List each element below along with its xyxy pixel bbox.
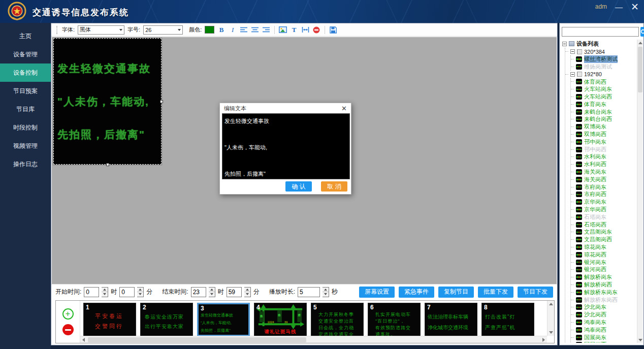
action-button[interactable]: 复制节目 (438, 287, 474, 298)
scroll-right-icon[interactable] (540, 336, 547, 343)
scroll-down-icon[interactable] (637, 337, 643, 343)
end-min-input[interactable] (227, 287, 242, 297)
scroll-down-icon[interactable] (548, 329, 554, 336)
stop-icon[interactable] (312, 25, 320, 35)
confirm-button[interactable]: 确 认 (285, 181, 312, 192)
program-thumbnail[interactable]: 6 扎实开展电动车 "百日整治"， 有效预防道路交 通事故。 (368, 303, 421, 336)
align-left-icon[interactable] (240, 25, 248, 35)
device-item[interactable]: 国展岗东 (571, 334, 636, 341)
action-button[interactable]: 节目下发 (518, 287, 553, 298)
program-thumbnail[interactable]: 4 (254, 303, 307, 336)
align-right-icon[interactable] (262, 25, 270, 35)
align-center-icon[interactable] (251, 25, 259, 35)
duration-stepper[interactable] (323, 287, 329, 297)
device-item[interactable]: 文昌阁岗东 (571, 229, 636, 236)
device-item[interactable]: 来鹤台岗东 (571, 108, 636, 116)
cancel-button[interactable]: 取 消 (321, 181, 347, 192)
sidebar-item[interactable]: 时段控制 (0, 118, 51, 137)
user-label[interactable]: adm (595, 3, 607, 10)
thumb-vertical-scrollbar[interactable] (547, 301, 554, 336)
end-min-stepper[interactable] (244, 287, 251, 297)
device-item[interactable]: 水利岗东 (571, 153, 636, 161)
device-item[interactable]: 来鹤台岗西 (571, 116, 636, 123)
resize-handle-bottom[interactable] (106, 163, 109, 166)
start-hour-input[interactable] (84, 287, 99, 297)
program-thumbnail[interactable]: 3 发生轻微交通事故 "人未伤，车能动, 先拍照，后撤离" (197, 303, 250, 336)
device-item[interactable]: 水利岗西 (571, 161, 636, 168)
device-item[interactable]: 解放桥岗西 (571, 281, 636, 289)
end-hour-input[interactable] (191, 287, 206, 297)
save-icon[interactable] (329, 25, 337, 35)
collapse-icon[interactable] (570, 72, 575, 77)
scrollbar-thumb[interactable] (88, 337, 306, 342)
device-item[interactable]: 海关岗西 (571, 176, 636, 183)
search-button[interactable] (640, 27, 644, 37)
device-item[interactable]: 京华岗东 (571, 198, 636, 206)
program-thumbnail[interactable]: 7 依法治理非标车辆 净化城市交通环境 (425, 303, 477, 336)
start-hour-stepper[interactable] (102, 287, 108, 297)
device-item[interactable]: 邗中岗东 (571, 138, 636, 146)
color-swatch[interactable] (205, 26, 214, 34)
device-item[interactable]: 市府岗东 (571, 183, 636, 191)
device-item[interactable]: 双博岗东 (571, 123, 636, 131)
scroll-up-icon[interactable] (637, 40, 643, 46)
device-item[interactable]: 解放桥东岗东 (571, 289, 636, 296)
close-icon[interactable]: ✕ (631, 3, 639, 11)
device-item[interactable]: 石塔岗西 (571, 221, 636, 229)
tree-scrollbar[interactable] (637, 40, 643, 343)
device-item[interactable]: 海关岗东 (571, 168, 636, 176)
minimize-icon[interactable]: — (615, 3, 623, 11)
device-item[interactable]: 京华岗西 (571, 206, 636, 213)
device-item[interactable]: 国展岗西 (571, 341, 636, 343)
add-program-button[interactable]: + (62, 308, 74, 320)
device-item[interactable]: 银河岗东 (571, 259, 636, 266)
device-search-input[interactable] (562, 27, 639, 37)
device-item[interactable]: 解放桥东岗西 (571, 296, 636, 304)
device-item[interactable]: 沙北岗西 (571, 311, 636, 319)
device-item[interactable]: 石塔岗东 (571, 213, 636, 221)
sidebar-item[interactable]: 节目库 (0, 100, 51, 118)
device-item[interactable]: 火车站岗东 (571, 85, 636, 93)
program-thumbnail[interactable]: 2 春运安全连万家 出行平安靠大家 (140, 303, 193, 336)
device-item[interactable]: 解放桥岗东 (571, 273, 636, 281)
device-group-320x384[interactable]: 320*384 (565, 48, 636, 55)
program-thumbnail[interactable]: 5 大力开展秋冬季 交通安全整治百 日会战，全力稳 定道路交通安全 形势！ (311, 303, 364, 336)
device-tree-root[interactable]: 设备列表 (562, 40, 636, 48)
sidebar-item[interactable]: 视频管理 (0, 137, 51, 155)
insert-image-icon[interactable] (279, 25, 287, 35)
sidebar-item[interactable]: 设备管理 (0, 45, 51, 64)
insert-text-icon[interactable]: T (290, 25, 298, 35)
sidebar-item[interactable]: 主页 (0, 27, 51, 45)
device-item[interactable]: 双博岗西 (571, 131, 636, 138)
dialog-close-icon[interactable]: ✕ (341, 105, 347, 112)
device-item[interactable]: 文昌阁岗西 (571, 236, 636, 243)
sidebar-item[interactable]: 节目预案 (0, 82, 51, 100)
device-item[interactable]: 维扬岗测试 (571, 63, 636, 71)
scroll-up-icon[interactable] (548, 301, 554, 307)
italic-button[interactable]: I (229, 25, 237, 35)
device-item[interactable]: 琼花岗西 (571, 251, 636, 259)
device-item[interactable]: 琼花岗东 (571, 243, 636, 251)
scrollbar-thumb[interactable] (638, 47, 642, 92)
collapse-icon[interactable] (570, 49, 575, 54)
duration-input[interactable] (298, 287, 320, 297)
device-item[interactable]: 鸿泰岗西 (571, 326, 636, 334)
start-min-input[interactable] (119, 287, 135, 297)
program-thumbnail[interactable]: 8 打击改装"灯 严查严惩"机 (481, 303, 534, 336)
scroll-left-icon[interactable] (80, 336, 87, 343)
device-item[interactable]: 沙北岗东 (571, 304, 636, 311)
action-button[interactable]: 紧急事件 (399, 287, 434, 298)
end-hour-stepper[interactable] (209, 287, 215, 297)
size-select[interactable]: 26 (143, 25, 183, 35)
device-item[interactable]: 体育岗东 (571, 101, 636, 108)
thumb-horizontal-scrollbar[interactable] (80, 336, 547, 343)
led-preview[interactable]: 发生轻微交通事故 "人未伤，车能动, 先拍照，后撤离" (53, 38, 162, 165)
device-item[interactable]: 体育岗西 (571, 78, 636, 86)
action-button[interactable]: 屏幕设置 (359, 287, 395, 298)
sidebar-item[interactable]: 操作日志 (0, 155, 51, 173)
resize-handle-right[interactable] (160, 100, 163, 103)
device-item[interactable]: 邗中岗西 (571, 146, 636, 153)
bold-button[interactable]: B (217, 25, 226, 35)
action-button[interactable]: 批量下发 (478, 287, 513, 298)
sidebar-item[interactable]: 设备控制 (0, 64, 51, 82)
